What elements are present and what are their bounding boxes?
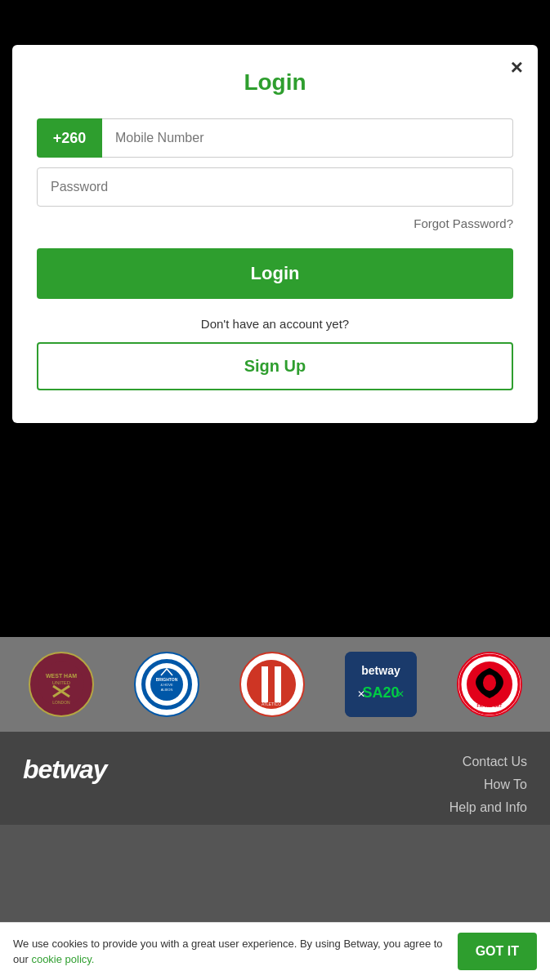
footer-link-howto[interactable]: How To xyxy=(449,777,527,792)
password-input[interactable] xyxy=(37,167,513,207)
svg-rect-14 xyxy=(275,666,281,702)
footer-link-contact[interactable]: Contact Us xyxy=(449,755,527,769)
cookie-text: We use cookies to provide you with a gre… xyxy=(13,936,448,968)
phone-row: +260 xyxy=(37,118,513,158)
svg-text:& HOVE: & HOVE xyxy=(160,683,172,687)
svg-rect-13 xyxy=(262,666,268,702)
footer-links: Contact Us How To Help and Info xyxy=(449,755,527,815)
sponsor-atletico: ATLETICO xyxy=(239,652,305,717)
footer-content: betway Contact Us How To Help and Info xyxy=(0,732,550,825)
signup-button[interactable]: Sign Up xyxy=(37,342,513,390)
sponsor-west-ham: WEST HAM UNITED LONDON xyxy=(29,652,94,717)
svg-text:betway: betway xyxy=(361,664,400,677)
svg-text:ALBION: ALBION xyxy=(160,688,172,692)
svg-text:WEST HAM: WEST HAM xyxy=(45,673,76,679)
modal-title: Login xyxy=(37,69,513,96)
sponsor-frankfurt: FRANKFURT xyxy=(457,652,522,717)
svg-text:UNITED: UNITED xyxy=(51,680,70,685)
sponsor-brighton: BRIGHTON & HOVE ALBION xyxy=(134,652,199,717)
footer-area: WEST HAM UNITED LONDON BRIGHTON & HOVE A… xyxy=(0,637,550,934)
cookie-policy-link[interactable]: cookie policy. xyxy=(31,953,94,965)
svg-text:FRANKFURT: FRANKFURT xyxy=(476,703,502,708)
svg-text:ATLETICO: ATLETICO xyxy=(262,702,281,706)
mobile-number-input[interactable] xyxy=(102,118,513,158)
svg-text:SA20: SA20 xyxy=(362,684,399,701)
svg-point-25 xyxy=(483,675,496,691)
sponsors-row: WEST HAM UNITED LONDON BRIGHTON & HOVE A… xyxy=(0,637,550,732)
forgot-password-link[interactable]: Forgot Password? xyxy=(37,216,513,230)
login-button[interactable]: Login xyxy=(37,248,513,299)
got-it-button[interactable]: GOT IT xyxy=(458,933,537,970)
sponsor-sa20: betway SA20 ✕ ✕ xyxy=(345,652,417,717)
svg-text:LONDON: LONDON xyxy=(52,700,70,705)
close-button[interactable]: × xyxy=(511,56,523,78)
cookie-banner: We use cookies to provide you with a gre… xyxy=(0,922,550,980)
country-code-button[interactable]: +260 xyxy=(37,118,102,158)
svg-text:✕: ✕ xyxy=(396,688,405,700)
svg-text:BRIGHTON: BRIGHTON xyxy=(155,677,177,682)
login-modal: × Login +260 Forgot Password? Login Don'… xyxy=(12,45,538,423)
no-account-text: Don't have an account yet? xyxy=(37,317,513,331)
footer-link-help[interactable]: Help and Info xyxy=(449,800,527,815)
svg-text:✕: ✕ xyxy=(357,688,365,700)
betway-logo: betway xyxy=(23,755,106,785)
